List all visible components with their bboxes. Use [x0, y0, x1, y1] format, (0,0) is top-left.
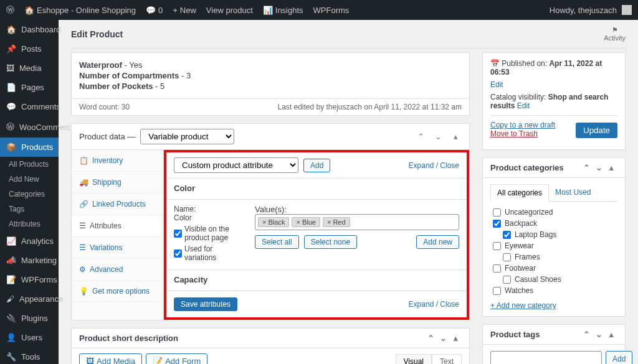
- chevron-down-icon[interactable]: ⌄: [593, 330, 605, 339]
- gear-icon: ⚙: [79, 265, 86, 274]
- marketing-icon: 📣: [6, 256, 16, 265]
- calendar-icon: 📅: [490, 59, 500, 68]
- all-categories-tab[interactable]: All categories: [490, 184, 549, 202]
- text-tab[interactable]: Text: [432, 354, 462, 365]
- tab-shipping[interactable]: 🚚Shipping: [72, 172, 163, 194]
- analytics-icon: 📈: [6, 236, 16, 246]
- sidebar-item-analytics[interactable]: 📈Analytics: [0, 231, 59, 251]
- sidebar-item-woocommerce[interactable]: ⓌWooCommerce: [0, 116, 59, 138]
- new-link[interactable]: + New: [173, 6, 196, 15]
- expand-close-link[interactable]: Expand / Close: [409, 161, 459, 170]
- move-trash-link[interactable]: Move to Trash: [490, 129, 538, 138]
- howdy-text[interactable]: Howdy, thejuszach: [550, 6, 617, 15]
- site-link[interactable]: 🏠 Eshoppe - Online Shopping: [24, 6, 136, 15]
- tab-linked-products[interactable]: 🔗Linked Products: [72, 194, 163, 215]
- chevron-up-icon[interactable]: ⌃: [580, 330, 593, 339]
- sidebar-sub-categories[interactable]: Categories: [0, 187, 59, 202]
- add-form-button[interactable]: 📝Add Form: [146, 353, 207, 364]
- cat-checkbox[interactable]: [503, 231, 511, 239]
- short-desc-title: Product short description: [79, 334, 178, 343]
- attribute-capacity-title[interactable]: Capacity: [174, 275, 459, 284]
- avatar[interactable]: [622, 5, 632, 15]
- tab-attributes[interactable]: ☰Attributes: [72, 215, 163, 237]
- caret-toggle-icon[interactable]: ▴: [449, 334, 462, 343]
- tag-blue[interactable]: × Blue: [292, 217, 320, 227]
- used-variations-checkbox[interactable]: [174, 250, 182, 258]
- cat-checkbox[interactable]: [493, 220, 501, 228]
- sidebar-item-posts[interactable]: 📌Posts: [0, 39, 59, 58]
- caret-toggle-icon[interactable]: ▴: [605, 163, 617, 172]
- add-tag-button[interactable]: Add: [606, 351, 632, 364]
- tags-input[interactable]: [490, 351, 602, 364]
- publish-panel: 📅 Published on: Apr 11, 2022 at 06:53 Ed…: [482, 52, 626, 150]
- sidebar-item-products[interactable]: 📦Products: [0, 138, 59, 157]
- sidebar-item-wpforms[interactable]: 📝WPForms: [0, 270, 59, 289]
- expand-close-link-2[interactable]: Expand / Close: [409, 300, 459, 309]
- chevron-up-icon[interactable]: ⌃: [580, 163, 593, 172]
- short-description-panel: Product short description ⌃ ⌄ ▴ 🖼Add Med…: [71, 328, 470, 364]
- select-none-button[interactable]: Select none: [304, 235, 357, 249]
- caret-toggle-icon[interactable]: ▴: [449, 132, 462, 141]
- sidebar-sub-all-products[interactable]: All Products: [0, 157, 59, 172]
- update-button[interactable]: Update: [576, 123, 617, 138]
- select-all-button[interactable]: Select all: [255, 235, 299, 249]
- cat-checkbox[interactable]: [493, 264, 501, 273]
- chevron-up-icon[interactable]: ⌃: [414, 132, 427, 141]
- save-attributes-button[interactable]: Save attributes: [174, 297, 237, 311]
- dashboard-icon: 🏠: [6, 25, 16, 34]
- sidebar-item-plugins[interactable]: 🔌Plugins: [0, 309, 59, 328]
- sidebar-item-pages[interactable]: 📄Pages: [0, 78, 59, 97]
- wpforms-link[interactable]: WPForms: [313, 6, 350, 15]
- values-input[interactable]: × Black × Blue × Red: [255, 214, 459, 230]
- wpforms-icon: 📝: [6, 275, 16, 284]
- caret-toggle-icon[interactable]: ▴: [605, 330, 617, 339]
- chevron-down-icon[interactable]: ⌄: [432, 132, 444, 141]
- copy-draft-link[interactable]: Copy to a new draft: [490, 121, 555, 129]
- cat-checkbox[interactable]: [493, 208, 501, 217]
- tag-black[interactable]: × Black: [258, 217, 289, 227]
- most-used-tab[interactable]: Most Used: [549, 184, 597, 201]
- visual-tab[interactable]: Visual: [396, 354, 432, 365]
- tab-variations[interactable]: ☰Variations: [72, 237, 163, 259]
- form-icon: 📝: [153, 357, 163, 364]
- cat-checkbox[interactable]: [493, 242, 501, 250]
- insights-link[interactable]: 📊 Insights: [263, 6, 303, 15]
- sidebar-item-tools[interactable]: 🔧Tools: [0, 347, 59, 364]
- attribute-type-select[interactable]: Custom product attribute: [174, 157, 298, 173]
- chevron-up-icon[interactable]: ⌃: [424, 334, 437, 343]
- tab-get-more[interactable]: 💡Get more options: [72, 281, 163, 302]
- tag-red[interactable]: × Red: [323, 217, 350, 227]
- activity-link[interactable]: ⚑ Activity: [604, 26, 626, 42]
- cat-checkbox[interactable]: [493, 287, 501, 295]
- sidebar-sub-attributes[interactable]: Attributes: [0, 217, 59, 231]
- comments-link[interactable]: 💬 0: [146, 6, 163, 15]
- sidebar-item-dashboard[interactable]: 🏠Dashboard: [0, 20, 59, 39]
- chevron-down-icon[interactable]: ⌄: [437, 334, 449, 343]
- sidebar-item-media[interactable]: 🖼Media: [0, 58, 59, 78]
- product-data-title: Product data —: [79, 132, 135, 141]
- cat-checkbox[interactable]: [503, 276, 511, 284]
- sidebar-sub-add-new[interactable]: Add New: [0, 172, 59, 187]
- tab-inventory[interactable]: 📋Inventory: [72, 150, 163, 172]
- add-media-button[interactable]: 🖼Add Media: [79, 353, 142, 364]
- cat-checkbox[interactable]: [503, 253, 511, 261]
- wp-logo[interactable]: ⓦ: [6, 4, 14, 16]
- sidebar-item-comments[interactable]: 💬Comments: [0, 97, 59, 116]
- media-icon: 🖼: [6, 63, 14, 73]
- add-new-value-button[interactable]: Add new: [416, 235, 459, 249]
- attribute-color-title: Color: [174, 184, 459, 193]
- sidebar-item-appearance[interactable]: 🖌Appearance: [0, 289, 59, 309]
- view-product-link[interactable]: View product: [206, 6, 253, 15]
- sidebar-item-marketing[interactable]: 📣Marketing: [0, 251, 59, 270]
- lightbulb-icon: 💡: [79, 287, 88, 296]
- visible-checkbox[interactable]: [174, 230, 182, 238]
- tab-advanced[interactable]: ⚙Advanced: [72, 259, 163, 281]
- sidebar-item-users[interactable]: 👤Users: [0, 328, 59, 347]
- edit-visibility-link[interactable]: Edit: [517, 101, 530, 110]
- product-type-select[interactable]: Variable product: [140, 129, 234, 144]
- chevron-down-icon[interactable]: ⌄: [593, 163, 605, 172]
- add-attribute-button[interactable]: Add: [303, 159, 330, 172]
- edit-date-link[interactable]: Edit: [490, 80, 503, 89]
- sidebar-sub-tags[interactable]: Tags: [0, 202, 59, 217]
- add-new-category-link[interactable]: + Add new category: [490, 301, 556, 310]
